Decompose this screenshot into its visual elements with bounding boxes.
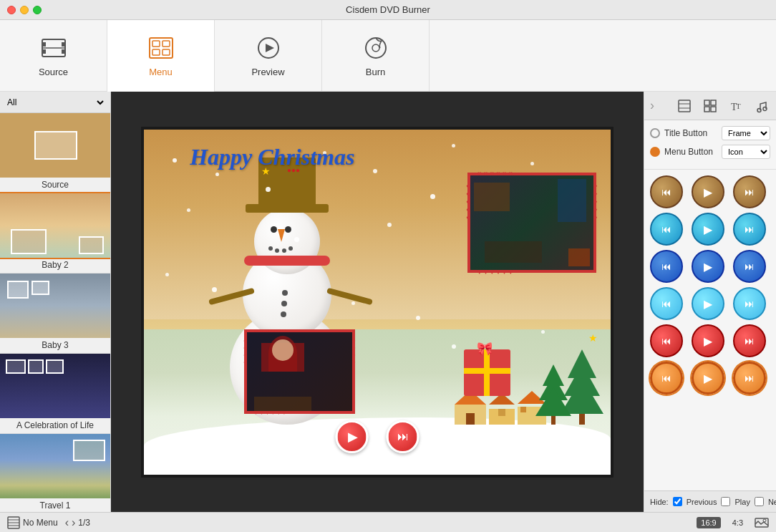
filter-bar[interactable]: All Baby Travel bbox=[0, 92, 110, 113]
right-tab-music[interactable] bbox=[753, 97, 770, 115]
template-item-travel1[interactable]: Travel 1 bbox=[0, 434, 110, 512]
hide-play-label: Play bbox=[734, 498, 750, 506]
btn-ltcyan-play[interactable] bbox=[692, 287, 724, 320]
template-name-baby3: Baby 3 bbox=[0, 338, 110, 353]
svg-rect-18 bbox=[704, 100, 709, 105]
image-size-icon[interactable] bbox=[755, 516, 769, 529]
right-tab-grid[interactable] bbox=[702, 97, 719, 115]
template-item-source[interactable]: Source bbox=[0, 113, 110, 193]
right-tab-text[interactable]: T T bbox=[727, 97, 745, 115]
left-panel: All Baby Travel Source Baby 2 bbox=[0, 92, 111, 512]
svg-point-13 bbox=[366, 38, 386, 58]
btn-wood-play[interactable] bbox=[692, 175, 724, 208]
svg-rect-8 bbox=[163, 41, 170, 47]
template-name-celebration: A Celebration of Life bbox=[0, 418, 110, 433]
menu-button-row: Menu Button Icon Frame None bbox=[650, 145, 770, 159]
template-thumb-baby2 bbox=[0, 193, 110, 258]
svg-rect-9 bbox=[152, 49, 160, 55]
preview-label: Preview bbox=[251, 67, 284, 77]
toolbar-preview[interactable]: Preview bbox=[215, 20, 322, 92]
app-title: Cisdem DVD Burner bbox=[346, 4, 430, 15]
canvas-background: Happy Christmas ★ bbox=[144, 130, 611, 475]
nav-prev-icon[interactable]: ‹ bbox=[65, 516, 69, 529]
no-menu-label: No Menu bbox=[23, 518, 58, 528]
button-settings: Title Button Frame Icon None Menu Button… bbox=[644, 120, 776, 170]
maximize-button[interactable] bbox=[33, 6, 42, 14]
template-name-travel1: Travel 1 bbox=[0, 498, 110, 512]
btn-red-next[interactable] bbox=[733, 324, 766, 357]
btn-orange-next[interactable] bbox=[733, 362, 766, 395]
svg-rect-7 bbox=[152, 41, 160, 47]
canvas-title: Happy Christmas bbox=[144, 144, 401, 170]
btn-red-play[interactable] bbox=[692, 324, 724, 357]
svg-point-14 bbox=[372, 44, 379, 52]
title-button-radio[interactable] bbox=[650, 128, 660, 138]
template-name-baby2: Baby 2 bbox=[0, 258, 110, 273]
template-thumb-celebration bbox=[0, 354, 110, 418]
toolbar-burn[interactable]: Burn bbox=[322, 20, 430, 92]
btn-blue-prev[interactable] bbox=[650, 250, 683, 283]
svg-text:T: T bbox=[736, 102, 741, 110]
nav-next-icon[interactable]: › bbox=[72, 516, 75, 529]
main-content: All Baby Travel Source Baby 2 bbox=[0, 92, 776, 512]
hide-next-checkbox[interactable] bbox=[755, 497, 764, 506]
btn-cyan-prev[interactable] bbox=[650, 213, 683, 246]
btn-wood-prev[interactable] bbox=[650, 175, 683, 208]
btn-orange-prev[interactable] bbox=[650, 362, 683, 395]
title-button-row: Title Button Frame Icon None bbox=[650, 126, 770, 140]
right-panel-tabs: › T T bbox=[644, 92, 776, 120]
btn-red-prev[interactable] bbox=[650, 324, 683, 357]
btn-ltcyan-next[interactable] bbox=[733, 287, 766, 320]
hide-previous-checkbox[interactable] bbox=[673, 497, 682, 506]
menu-button-radio[interactable] bbox=[650, 147, 660, 157]
btn-cyan-play[interactable] bbox=[692, 213, 724, 246]
svg-point-25 bbox=[763, 107, 767, 110]
menu-button-select[interactable]: Icon Frame None bbox=[722, 145, 770, 159]
minimize-button[interactable] bbox=[20, 6, 29, 14]
menu-button-label: Menu Button bbox=[664, 147, 717, 157]
svg-rect-2 bbox=[42, 49, 46, 54]
filter-select[interactable]: All Baby Travel bbox=[4, 97, 106, 108]
svg-rect-10 bbox=[163, 49, 170, 55]
title-button-label: Title Button bbox=[664, 128, 717, 138]
menu-icon bbox=[147, 34, 175, 62]
svg-rect-1 bbox=[42, 42, 46, 47]
close-button[interactable] bbox=[7, 6, 16, 14]
svg-rect-4 bbox=[62, 49, 65, 54]
btn-blue-play[interactable] bbox=[692, 250, 724, 283]
no-menu-area: No Menu bbox=[7, 516, 58, 529]
hide-row: Hide: Previous Play Next bbox=[644, 490, 776, 512]
template-thumb-travel1 bbox=[0, 434, 110, 498]
ratio-4-3-button[interactable]: 4:3 bbox=[728, 517, 747, 528]
template-thumb-baby3 bbox=[0, 274, 110, 338]
hide-play-checkbox[interactable] bbox=[721, 497, 730, 506]
right-panel: › T T bbox=[644, 92, 776, 512]
svg-rect-19 bbox=[711, 100, 716, 105]
canvas-play-button[interactable]: ▶ bbox=[336, 420, 369, 453]
toolbar-source[interactable]: Source bbox=[0, 20, 107, 92]
right-tab-frame[interactable] bbox=[676, 97, 693, 115]
svg-rect-15 bbox=[679, 100, 690, 112]
template-item-baby2[interactable]: Baby 2 bbox=[0, 193, 110, 274]
template-item-baby3[interactable]: Baby 3 bbox=[0, 274, 110, 354]
window-controls bbox=[7, 6, 42, 14]
toolbar-menu[interactable]: Menu bbox=[107, 20, 215, 92]
btn-ltcyan-prev[interactable] bbox=[650, 287, 683, 320]
svg-rect-20 bbox=[704, 107, 709, 112]
btn-orange-play[interactable] bbox=[692, 362, 724, 395]
btn-blue-next[interactable] bbox=[733, 250, 766, 283]
canvas-area: Happy Christmas ★ bbox=[111, 92, 644, 512]
hide-previous-label: Previous bbox=[687, 498, 717, 506]
template-thumb-source bbox=[0, 113, 110, 178]
btn-wood-next[interactable] bbox=[733, 175, 766, 208]
hide-next-label: Next bbox=[768, 498, 776, 506]
title-button-select[interactable]: Frame Icon None bbox=[722, 126, 770, 140]
ratio-16-9-button[interactable]: 16:9 bbox=[697, 517, 720, 528]
titlebar: Cisdem DVD Burner bbox=[0, 0, 776, 20]
svg-point-31 bbox=[763, 519, 766, 522]
btn-cyan-next[interactable] bbox=[733, 213, 766, 246]
template-item-celebration[interactable]: A Celebration of Life bbox=[0, 354, 110, 434]
canvas-next-button[interactable]: ⏭ bbox=[387, 420, 419, 453]
right-panel-nav-arrow[interactable]: › bbox=[650, 98, 654, 113]
menu-label: Menu bbox=[149, 67, 173, 77]
